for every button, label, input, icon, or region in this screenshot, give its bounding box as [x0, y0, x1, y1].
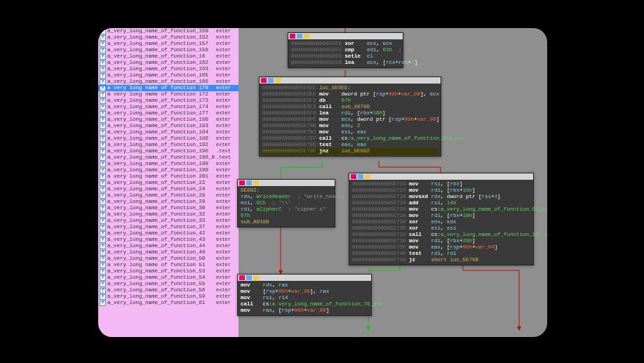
- function-row[interactable]: fa_very_long_name_of_function_173exter: [98, 98, 239, 104]
- node-header[interactable]: [238, 180, 335, 186]
- disasm-line[interactable]: esi, 5Ch ; '\\': [241, 200, 332, 206]
- function-row[interactable]: fa_very_long_name_of_function_163exter: [98, 66, 239, 72]
- disasm-line[interactable]: 0000000000005E730 xor edx, edx: [352, 219, 530, 225]
- function-row[interactable]: fa_very_long_name_of_function_186exter: [98, 136, 239, 142]
- function-row[interactable]: fa_very_long_name_of_function_49exter: [98, 249, 239, 256]
- disasm-line[interactable]: 0000000000005EE5 setle cl: [291, 53, 400, 60]
- disasm-line[interactable]: 5E882:: [241, 187, 332, 194]
- function-row[interactable]: fa very long name of function 170exter: [98, 85, 239, 91]
- disasm-line[interactable]: mov [rsp+98h+var_90], rax: [241, 289, 368, 295]
- disasm-line[interactable]: mov rsi, r14: [241, 295, 368, 301]
- disasm-line[interactable]: 0000000000005E6F2 db 67h: [262, 98, 438, 104]
- function-row[interactable]: fa_very_long_name_of_function_37exter: [98, 224, 239, 230]
- node-header-icon[interactable]: [253, 180, 259, 185]
- disasm-line[interactable]: call cs:a very_long_name_of_function_78_…: [241, 301, 368, 308]
- node-header-icon[interactable]: [365, 174, 370, 179]
- disasm-line[interactable]: 0000000000005E70F jnz loc_5E882: [262, 148, 438, 154]
- disasm-line[interactable]: 0000000000005EE0 xor ecx, ecx: [291, 41, 400, 47]
- function-row[interactable]: fa_very_long_name_of_function_24exter: [98, 186, 239, 192]
- node-header-icon[interactable]: [358, 174, 363, 179]
- function-row[interactable]: fa_very_long_name_of_function_198exter: [98, 161, 239, 167]
- disasm-line[interactable]: 0000000000005E707 call cs:a_very_long_na…: [262, 136, 438, 142]
- disasm-node[interactable]: mov rdx, raxmov [rsp+98h+var_90], raxmov…: [237, 274, 372, 316]
- node-header[interactable]: [238, 275, 371, 281]
- function-row[interactable]: fa_very_long_name_of_function_59exter: [98, 293, 239, 300]
- node-header-icon[interactable]: [290, 34, 295, 39]
- function-row[interactable]: fa_very_long_name_of_function_30exter: [98, 205, 239, 211]
- node-header-icon[interactable]: [246, 180, 252, 185]
- disasm-line[interactable]: 0000000000005E73D mov eax, [rsp+98h+var_…: [352, 244, 530, 251]
- function-row[interactable]: fa_very_long_name_of_function_33exter: [98, 218, 239, 224]
- disasm-line[interactable]: mov rdx, rax: [241, 282, 368, 289]
- function-row[interactable]: fa_very_long_name_of_function_28exter: [98, 192, 239, 199]
- disasm-line[interactable]: 0000000000005E716 mov rdi, [rbx+18h]: [352, 187, 530, 194]
- node-header-icon[interactable]: [261, 78, 267, 83]
- function-row[interactable]: fa_very_long_name_of_function_152exter: [98, 34, 239, 41]
- disasm-line[interactable]: 0000000000005EEA lea ecx, [rcx+rcx+1]: [291, 60, 400, 66]
- function-row[interactable]: fa_very_long_name_of_function_16exter: [98, 53, 239, 60]
- function-row[interactable]: fa_very_long_name_of_function_158exter: [98, 47, 239, 53]
- node-header-icon[interactable]: [239, 275, 245, 280]
- disasm-line[interactable]: 0000000000005E6EE loc_5E6EE:: [262, 85, 438, 91]
- function-row[interactable]: fa_very_long_name_of_function_50exter: [98, 256, 239, 262]
- function-row[interactable]: fa_very_long_name_of_function_166exter: [98, 79, 239, 85]
- function-row[interactable]: fa_very_long_name_of_function_165exter: [98, 72, 239, 79]
- function-row[interactable]: fa_very_long_name_of_function_32exter: [98, 211, 239, 218]
- disasm-line[interactable]: 0000000000005E743 jz short loc_5E75B: [352, 257, 530, 263]
- functions-sidebar[interactable]: fa_very_long_name_of_function_150exterfa…: [98, 28, 239, 337]
- disasm-node[interactable]: 0000000000005E6EE loc_5E6EE:000000000000…: [259, 77, 441, 157]
- function-row[interactable]: fa_very_long_name_of_function_150exter: [98, 28, 239, 34]
- disasm-line[interactable]: 0000000000005E6F8 lea rdi, [rbx+10h]: [262, 110, 438, 117]
- node-header[interactable]: [349, 173, 533, 180]
- node-header-icon[interactable]: [239, 180, 245, 185]
- function-row[interactable]: fa_very_long_name_of_function_180exter: [98, 117, 239, 123]
- function-row[interactable]: fa_very_long_name_of_function_174exter: [98, 104, 239, 110]
- node-header-icon[interactable]: [304, 34, 309, 39]
- disasm-line[interactable]: 0000000000005E730 xor esi, esi: [352, 225, 530, 232]
- disasm-graph[interactable]: 0000000000005EE0 xor ecx, ecx00000000000…: [239, 28, 547, 337]
- function-row[interactable]: fa_very_long_name_of_function_183exter: [98, 123, 239, 129]
- disasm-line[interactable]: 0000000000005E71A movsxd rdx, dword ptr …: [352, 194, 530, 200]
- function-row[interactable]: fa_very_long_name_of_function_177exter: [98, 110, 239, 117]
- disasm-line[interactable]: 0000000000005E72A mov rdi, [rbx+10h]: [352, 213, 530, 219]
- disasm-line[interactable]: 0000000000005E715 mov rsi, [rbx]: [352, 181, 530, 187]
- node-header[interactable]: [288, 33, 403, 39]
- disasm-line[interactable]: sub_A9180: [241, 219, 332, 225]
- disasm-node[interactable]: 5E882:rdx, WriteHeader ; "write_header"e…: [237, 179, 335, 227]
- disasm-line[interactable]: 0000000000005E6FC mov ecx, dword ptr [rs…: [262, 117, 438, 123]
- disasm-line[interactable]: 0000000000005E6EE mov dword ptr [rsp+98h…: [262, 91, 438, 98]
- disasm-line[interactable]: 0000000000005E73A mov rdi, [rbx+20h]: [352, 238, 530, 244]
- function-row[interactable]: fa very long name of function 172exter: [98, 91, 239, 98]
- node-header-icon[interactable]: [253, 275, 259, 280]
- disasm-node[interactable]: 0000000000005E715 mov rsi, [rbx]00000000…: [349, 173, 534, 265]
- function-row[interactable]: fa_very_long_name_of_function_55exter: [98, 281, 239, 287]
- function-row[interactable]: fa_very_long_name_of_function_199exter: [98, 167, 239, 173]
- function-row[interactable]: fa_very_long_name_of_function_54exter: [98, 275, 239, 281]
- node-header-icon[interactable]: [275, 78, 281, 83]
- disasm-node[interactable]: 0000000000005EE0 xor ecx, ecx00000000000…: [288, 32, 403, 68]
- disasm-line[interactable]: 0000000000005E720 add rsi, 14h: [352, 200, 530, 206]
- function-row[interactable]: fa_very_long_name_of_function_22exter: [98, 180, 239, 186]
- function-row[interactable]: fa_very_long_name_of_function_53exter: [98, 268, 239, 275]
- disasm-line[interactable]: 0000000000005E736 call cs:a_very_long_na…: [352, 232, 530, 238]
- node-header-icon[interactable]: [297, 34, 302, 39]
- function-row[interactable]: fa_very_long_name_of_function_29exter: [98, 199, 239, 205]
- disasm-line[interactable]: rdi, aCipherC ; "cipher.c": [241, 206, 332, 213]
- function-row[interactable]: fa_very_long_name_of_function_61exter: [98, 300, 239, 306]
- function-row[interactable]: fa_very_long_name_of_function_196_0.text: [98, 154, 239, 161]
- node-header[interactable]: [260, 77, 441, 84]
- disasm-line[interactable]: 0000000000005E740 test rdi, rdi: [352, 251, 530, 257]
- disasm-line[interactable]: 0000000000005E700 mov edx, 2: [262, 123, 438, 129]
- function-row[interactable]: fa_very_long_name_of_function_42exter: [98, 230, 239, 237]
- function-row[interactable]: fa_very_long_name_of_function_44exter: [98, 243, 239, 249]
- function-row[interactable]: fa_very_long_name_of_function_196.text: [98, 148, 239, 154]
- disasm-line[interactable]: 0000000000005E6F2 call sub_46780: [262, 104, 438, 110]
- function-row[interactable]: fa very long name of function 201exter: [98, 173, 239, 180]
- disasm-line[interactable]: 0000000000005E702 mov esi, eax: [262, 129, 438, 136]
- function-row[interactable]: fa_very_long_name_of_function_184exter: [98, 129, 239, 136]
- function-row[interactable]: fa_very_long_name_of_function_56exter: [98, 287, 239, 293]
- node-header-icon[interactable]: [268, 78, 274, 83]
- function-row[interactable]: fa_very_long_name_of_function_192exter: [98, 142, 239, 148]
- disasm-line[interactable]: 0000000000005E70D test eax, eax: [262, 142, 438, 148]
- function-row[interactable]: fa_very_long_name_of_function_162exter: [98, 60, 239, 66]
